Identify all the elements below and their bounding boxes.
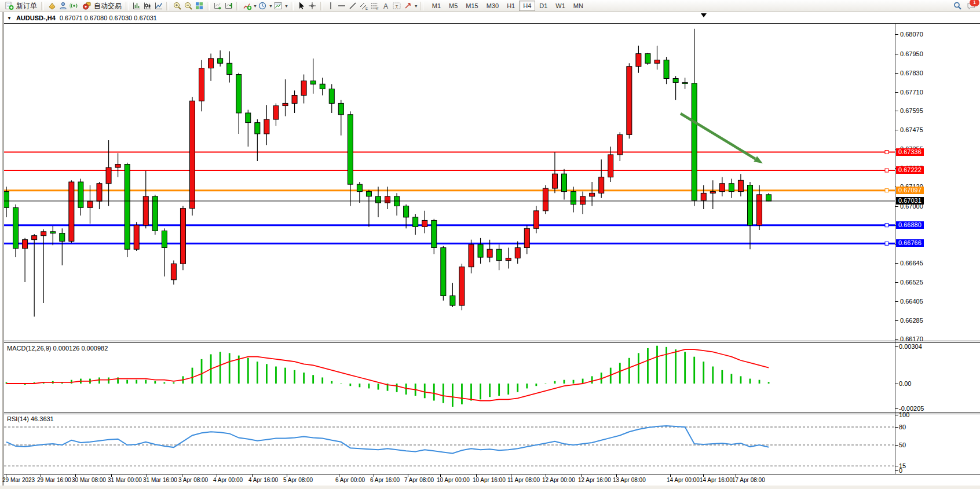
price-tick-label: 0.67830 bbox=[900, 70, 923, 76]
toolbar-separator bbox=[207, 2, 210, 10]
zoom-out-icon[interactable] bbox=[183, 1, 193, 10]
candle-body bbox=[348, 115, 353, 184]
data-window-icon[interactable] bbox=[58, 1, 68, 10]
window-bottom-strip bbox=[0, 486, 980, 489]
cursor-icon[interactable] bbox=[297, 1, 306, 10]
time-tick-mark bbox=[703, 475, 704, 477]
auto-scroll-icon[interactable] bbox=[213, 1, 222, 10]
chart-shift-icon[interactable] bbox=[224, 1, 233, 10]
candlestick-chart-icon[interactable] bbox=[142, 1, 152, 10]
timeframe-M30[interactable]: M30 bbox=[482, 1, 503, 11]
candle-body bbox=[422, 220, 427, 227]
collapse-triangle-icon[interactable]: ▼ bbox=[7, 16, 12, 21]
macd-histogram-bar bbox=[712, 367, 714, 384]
macd-histogram-bar bbox=[275, 367, 277, 384]
timeframe-H1[interactable]: H1 bbox=[503, 1, 519, 11]
price-tick-mark bbox=[895, 282, 898, 283]
rsi-panel[interactable] bbox=[4, 414, 895, 474]
vertical-line-icon[interactable] bbox=[326, 1, 336, 10]
trendline-icon[interactable] bbox=[348, 1, 358, 10]
macd-histogram-bar bbox=[638, 353, 639, 384]
indicators-dropdown-caret[interactable]: ▼ bbox=[253, 4, 257, 8]
macd-histogram-bar bbox=[405, 384, 407, 395]
autotrading-button[interactable]: 自动交易 bbox=[79, 1, 123, 12]
macd-histogram-bar bbox=[368, 384, 370, 388]
macd-histogram-bar bbox=[647, 348, 649, 384]
search-icon[interactable] bbox=[952, 1, 962, 10]
signals-icon[interactable] bbox=[69, 1, 79, 10]
candle-body bbox=[69, 182, 74, 241]
zoom-in-icon[interactable] bbox=[172, 1, 182, 10]
candle-body bbox=[719, 184, 725, 192]
new-order-button[interactable]: 新订单 bbox=[2, 1, 39, 12]
candle-body bbox=[533, 211, 539, 228]
timeframe-MN[interactable]: MN bbox=[569, 1, 587, 11]
candle-body bbox=[682, 82, 688, 83]
arrows-dropdown-caret[interactable]: ▼ bbox=[414, 4, 418, 8]
line-handle[interactable] bbox=[885, 224, 888, 227]
candle-body bbox=[664, 60, 669, 79]
templates-dropdown-caret[interactable]: ▼ bbox=[284, 4, 288, 8]
candle-body bbox=[366, 192, 371, 196]
timeframe-D1[interactable]: D1 bbox=[535, 1, 551, 11]
candle-body bbox=[673, 78, 678, 82]
tile-windows-icon[interactable] bbox=[194, 1, 204, 10]
line-handle[interactable] bbox=[885, 242, 888, 245]
price-tick-mark bbox=[895, 225, 898, 226]
line-chart-icon[interactable] bbox=[153, 1, 163, 10]
horizontal-line-icon[interactable] bbox=[337, 1, 347, 10]
timeframe-M5[interactable]: M5 bbox=[445, 1, 462, 11]
macd-histogram-bar bbox=[740, 376, 742, 384]
price-tick-label: 0.67355 bbox=[900, 145, 923, 152]
arrows-icon[interactable] bbox=[403, 1, 413, 10]
chart-shift-marker[interactable] bbox=[701, 13, 707, 17]
macd-tick-label: 0.00 bbox=[899, 380, 911, 387]
macd-histogram-bar bbox=[201, 359, 203, 384]
rsi-tick-label: 50 bbox=[899, 441, 906, 448]
equidistant-channel-icon[interactable]: E bbox=[359, 1, 369, 10]
macd-tick-mark bbox=[895, 384, 898, 384]
time-tick-mark bbox=[111, 475, 112, 477]
market-watch-icon[interactable] bbox=[47, 1, 57, 10]
level-price-label: 0.67222 bbox=[896, 166, 924, 174]
line-handle[interactable] bbox=[885, 151, 888, 154]
timeframe-M15[interactable]: M15 bbox=[462, 1, 482, 11]
price-tick-label: 0.66285 bbox=[900, 317, 923, 324]
price-chart-panel[interactable] bbox=[4, 23, 895, 341]
rsi-line bbox=[6, 426, 769, 454]
price-tick-mark bbox=[895, 34, 898, 35]
bar-chart-icon[interactable] bbox=[131, 1, 141, 10]
time-tick-mark bbox=[41, 475, 41, 477]
macd-histogram-bar bbox=[759, 380, 760, 384]
timeframe-H4[interactable]: H4 bbox=[519, 1, 535, 11]
candle-body bbox=[190, 101, 195, 208]
periods-icon[interactable] bbox=[258, 1, 268, 10]
timeframe-W1[interactable]: W1 bbox=[551, 1, 569, 11]
macd-histogram-bar bbox=[340, 384, 342, 384]
toolbar-separator bbox=[166, 2, 169, 10]
fibonacci-icon[interactable]: F bbox=[370, 1, 380, 10]
toolbar-separator bbox=[420, 2, 423, 10]
indicators-icon[interactable] bbox=[242, 1, 252, 10]
price-tick-mark bbox=[895, 206, 898, 207]
text-icon[interactable]: A bbox=[381, 1, 391, 10]
time-axis-label: 14 Apr 00:00 bbox=[667, 477, 700, 483]
line-handle[interactable] bbox=[885, 169, 888, 172]
crosshair-icon[interactable] bbox=[308, 1, 317, 10]
notifications-icon[interactable]: 1 bbox=[966, 1, 976, 10]
timeframe-M1[interactable]: M1 bbox=[428, 1, 445, 11]
time-tick-mark bbox=[182, 475, 182, 477]
templates-icon[interactable] bbox=[273, 1, 283, 10]
line-handle[interactable] bbox=[885, 189, 888, 192]
candle-body bbox=[218, 59, 223, 63]
text-label-icon[interactable]: T bbox=[392, 1, 402, 10]
price-tick-mark bbox=[895, 244, 898, 245]
price-tick-mark bbox=[895, 54, 898, 54]
candle-body bbox=[329, 89, 334, 103]
macd-histogram-bar bbox=[731, 374, 733, 384]
main-toolbar: 新订单 自动交易 ▼ ▼ bbox=[0, 0, 980, 12]
time-axis-label: 17 Apr 08:00 bbox=[732, 477, 765, 483]
periods-dropdown-caret[interactable]: ▼ bbox=[269, 4, 273, 8]
toolbar-separator bbox=[126, 2, 129, 10]
macd-panel[interactable] bbox=[4, 343, 895, 413]
